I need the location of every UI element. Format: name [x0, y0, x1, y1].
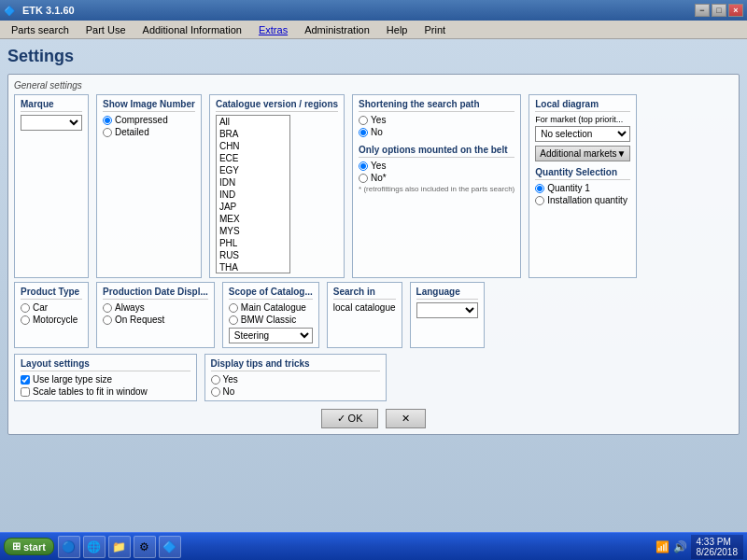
large-type-size-checkbox[interactable]: [21, 375, 30, 385]
close-button[interactable]: ×: [728, 4, 743, 17]
catalogue-item-rus[interactable]: RUS: [217, 249, 289, 261]
main-catalogue-option[interactable]: Main Catalogue: [229, 302, 313, 313]
production-date-options: Always On Request: [103, 302, 208, 325]
scale-tables-checkbox[interactable]: [21, 387, 30, 397]
display-tips-yes-radio[interactable]: [211, 375, 220, 385]
on-request-radio[interactable]: [103, 315, 112, 325]
product-type-options: Car Motorcycle: [21, 302, 82, 325]
quantity-selection-group: Quantity Selection Quantity 1 Installati…: [535, 167, 630, 205]
shortening-search-options: Yes No: [359, 115, 514, 137]
taskbar-icon-3[interactable]: 📁: [108, 536, 131, 558]
catalogue-item-ece[interactable]: ECE: [217, 152, 289, 164]
always-option[interactable]: Always: [103, 302, 208, 313]
scope-catalogue-title: Scope of Catalog...: [229, 287, 313, 300]
shortening-no[interactable]: No: [359, 127, 514, 137]
display-tips-no-radio[interactable]: [211, 387, 220, 397]
only-options-no-radio[interactable]: [359, 174, 368, 183]
display-tips-title: Display tips and tricks: [211, 358, 381, 371]
local-diagram-group: Local diagram For market (top priorit...…: [529, 94, 637, 278]
catalogue-item-idn[interactable]: IDN: [217, 176, 289, 189]
compressed-radio[interactable]: [103, 116, 112, 125]
quantity-1-radio[interactable]: [535, 184, 544, 193]
main-catalogue-radio[interactable]: [229, 303, 238, 313]
taskbar-icon-5[interactable]: 🔷: [159, 536, 181, 558]
catalogue-item-jap[interactable]: JAP: [217, 201, 289, 213]
bmw-classic-option[interactable]: BMW Classic: [229, 315, 313, 325]
layout-settings-title: Layout settings: [21, 358, 190, 371]
taskbar-icon-2[interactable]: 🌐: [83, 536, 106, 558]
catalogue-list[interactable]: All BRA CHN ECE EGY IDN IND JAP MEX MYS …: [216, 115, 290, 273]
scale-tables-option[interactable]: Scale tables to fit in window: [21, 386, 190, 397]
minimize-button[interactable]: −: [695, 4, 710, 17]
motorcycle-radio[interactable]: [21, 315, 30, 325]
marque-title: Marque: [21, 99, 82, 112]
cancel-button[interactable]: ✕: [386, 409, 426, 428]
catalogue-item-chn[interactable]: CHN: [217, 140, 289, 152]
catalogue-item-mex[interactable]: MEX: [217, 213, 289, 225]
detailed-radio[interactable]: [103, 128, 112, 137]
large-type-size-option[interactable]: Use large type size: [21, 374, 190, 385]
catalogue-item-ind[interactable]: IND: [217, 189, 289, 201]
catalogue-item-egy[interactable]: EGY: [217, 164, 289, 176]
car-radio[interactable]: [21, 303, 30, 313]
menu-additional-info[interactable]: Additional Information: [135, 22, 249, 37]
only-options-yes[interactable]: Yes: [359, 161, 514, 171]
motorcycle-option[interactable]: Motorcycle: [21, 315, 82, 325]
layout-settings-options: Use large type size Scale tables to fit …: [21, 374, 190, 397]
ok-button[interactable]: ✓ OK: [321, 409, 379, 428]
local-diagram-select[interactable]: No selection: [535, 126, 630, 142]
menu-part-use[interactable]: Part Use: [78, 22, 134, 37]
menu-extras[interactable]: Extras: [251, 22, 295, 37]
production-date-group: Production Date Displ... Always On Reque…: [96, 282, 215, 348]
taskbar-icon-volume: 🔊: [673, 540, 687, 553]
show-image-number-title: Show Image Number: [103, 99, 195, 112]
shortening-yes-radio[interactable]: [359, 116, 368, 125]
compressed-option[interactable]: Compressed: [103, 115, 195, 125]
bmw-classic-radio[interactable]: [229, 315, 238, 325]
catalogue-item-all[interactable]: All: [217, 116, 289, 128]
shortening-no-radio[interactable]: [359, 128, 368, 137]
catalogue-item-mys[interactable]: MYS: [217, 225, 289, 237]
car-option[interactable]: Car: [21, 302, 82, 313]
only-options-note: * (retrofittings also included in the pa…: [359, 185, 514, 194]
menu-help[interactable]: Help: [379, 22, 416, 37]
detailed-option[interactable]: Detailed: [103, 127, 195, 137]
menu-parts-search[interactable]: Parts search: [4, 22, 77, 37]
settings-top-row: Marque Show Image Number Compressed Deta…: [14, 94, 733, 278]
settings-middle-row: Product Type Car Motorcycle Production D…: [14, 282, 733, 348]
catalogue-item-phl[interactable]: PHL: [217, 237, 289, 249]
scope-catalogue-group: Scope of Catalog... Main Catalogue BMW C…: [222, 282, 319, 348]
always-radio[interactable]: [103, 303, 112, 313]
taskbar-icon-4[interactable]: ⚙: [134, 536, 156, 558]
marque-group: Marque: [14, 94, 89, 278]
menu-administration[interactable]: Administration: [297, 22, 377, 37]
only-options-yes-radio[interactable]: [359, 161, 368, 171]
scope-catalogue-dropdown[interactable]: Steering: [229, 328, 313, 343]
shortening-search-title: Shortening the search path: [359, 99, 514, 112]
page-title: Settings: [7, 47, 740, 66]
menu-print[interactable]: Print: [416, 22, 453, 37]
maximize-button[interactable]: □: [712, 4, 726, 17]
shortening-yes[interactable]: Yes: [359, 115, 514, 125]
shortening-search-group: Shortening the search path Yes No Only o…: [352, 94, 521, 278]
display-tips-yes[interactable]: Yes: [211, 374, 381, 385]
on-request-option[interactable]: On Request: [103, 315, 208, 325]
window-controls[interactable]: − □ ×: [695, 4, 743, 17]
start-button[interactable]: ⊞ start: [4, 538, 54, 555]
catalogue-version-group: Catalogue version / regions All BRA CHN …: [209, 94, 345, 278]
marque-select[interactable]: [21, 115, 82, 131]
display-tips-no[interactable]: No: [211, 386, 381, 397]
installation-quantity-radio[interactable]: [535, 196, 544, 205]
catalogue-item-bra[interactable]: BRA: [217, 128, 289, 140]
language-select[interactable]: [416, 302, 478, 318]
main-area: Settings General settings Marque Show Im…: [0, 39, 747, 532]
catalogue-item-tha[interactable]: THA: [217, 261, 289, 273]
quantity-1-option[interactable]: Quantity 1: [535, 183, 630, 193]
display-tips-options: Yes No: [211, 374, 381, 397]
title-bar: 🔷 ETK 3.1.60 − □ ×: [0, 0, 747, 21]
layout-settings-group: Layout settings Use large type size Scal…: [14, 354, 197, 401]
additional-markets-button[interactable]: Additional markets ▼: [535, 146, 630, 161]
only-options-no[interactable]: No*: [359, 173, 514, 183]
installation-quantity-option[interactable]: Installation quantity: [535, 195, 630, 205]
taskbar-icon-1[interactable]: 🔵: [58, 536, 80, 558]
